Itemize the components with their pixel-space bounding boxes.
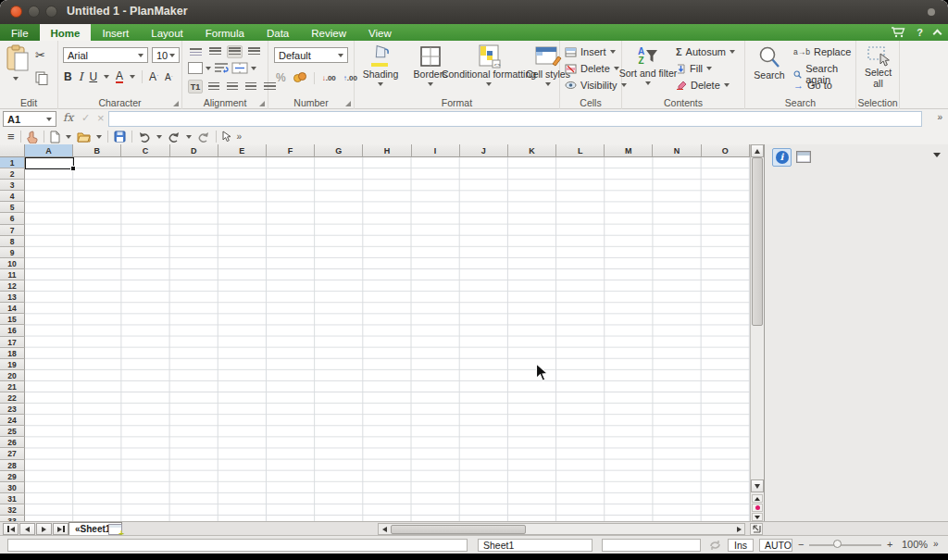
row-header-2[interactable]: 2 xyxy=(0,168,25,180)
cell-grid[interactable] xyxy=(25,157,750,521)
select-all-button[interactable]: Select all xyxy=(859,45,897,89)
column-header-G[interactable]: G xyxy=(315,144,363,157)
merge-cells-chevron[interactable] xyxy=(251,67,256,70)
menu-tab-insert[interactable]: Insert xyxy=(91,24,140,41)
valign-top-icon[interactable] xyxy=(188,45,204,58)
row-header-13[interactable]: 13 xyxy=(0,292,25,303)
zoom-level[interactable]: 100% xyxy=(902,539,928,550)
zoom-slider-track[interactable] xyxy=(809,544,881,546)
redo-chevron[interactable] xyxy=(186,135,192,139)
confirm-entry-button[interactable]: ✓ xyxy=(81,112,90,124)
alignment-dialog-launcher[interactable] xyxy=(259,101,265,106)
row-header-8[interactable]: 8 xyxy=(0,236,25,247)
shrink-font-button[interactable]: A. xyxy=(165,71,173,82)
formula-input[interactable] xyxy=(108,111,922,127)
row-header-11[interactable]: 11 xyxy=(0,269,25,280)
sidebar-options-chevron[interactable] xyxy=(933,153,941,157)
scroll-down-button[interactable] xyxy=(751,479,764,492)
row-header-7[interactable]: 7 xyxy=(0,225,25,236)
font-color-chevron[interactable] xyxy=(130,75,135,79)
percent-format-button[interactable]: % xyxy=(276,71,286,84)
horizontal-scroll-thumb[interactable] xyxy=(391,525,526,534)
repeat-icon[interactable] xyxy=(197,131,210,143)
valign-center-icon[interactable] xyxy=(207,45,223,58)
minimize-button[interactable] xyxy=(28,6,40,18)
column-header-D[interactable]: D xyxy=(170,144,218,157)
valign-justify-icon[interactable] xyxy=(246,45,262,58)
save-icon[interactable] xyxy=(114,131,126,143)
row-header-10[interactable]: 10 xyxy=(0,258,25,269)
add-sheet-button[interactable] xyxy=(108,524,122,535)
visibility-button[interactable]: Visibility xyxy=(565,80,627,91)
open-file-chevron[interactable] xyxy=(96,135,102,139)
statusbar-more-button[interactable]: » xyxy=(933,539,939,549)
select-all-corner[interactable] xyxy=(0,144,25,157)
search-button[interactable]: Search xyxy=(751,45,788,81)
row-header-9[interactable]: 9 xyxy=(0,247,25,258)
orientation-chevron[interactable] xyxy=(206,67,211,70)
redo-icon[interactable] xyxy=(168,131,181,143)
row-header-31[interactable]: 31 xyxy=(0,493,25,504)
collapse-ribbon-icon[interactable] xyxy=(933,30,942,39)
copy-button[interactable] xyxy=(35,71,48,89)
number-dialog-launcher[interactable] xyxy=(345,101,351,106)
row-header-21[interactable]: 21 xyxy=(0,381,25,392)
column-header-M[interactable]: M xyxy=(605,144,653,157)
insert-function-button[interactable]: fx xyxy=(63,111,73,124)
row-header-27[interactable]: 27 xyxy=(0,448,25,459)
row-header-32[interactable]: 32 xyxy=(0,504,25,516)
menu-tab-data[interactable]: Data xyxy=(256,24,300,41)
previous-sheet-button[interactable] xyxy=(19,523,35,535)
row-header-20[interactable]: 20 xyxy=(0,370,25,381)
first-sheet-button[interactable] xyxy=(3,523,19,535)
status-sheet-name[interactable]: Sheet1 xyxy=(478,539,592,552)
orientation-button[interactable] xyxy=(188,62,203,74)
delete-contents-button[interactable]: Delete xyxy=(676,80,730,91)
scroll-up-button[interactable] xyxy=(751,144,764,157)
grow-font-button[interactable]: A. xyxy=(149,70,158,83)
paste-dropdown-chevron[interactable] xyxy=(13,77,19,81)
underline-chevron[interactable] xyxy=(104,75,109,79)
column-header-N[interactable]: N xyxy=(653,144,701,157)
row-header-16[interactable]: 16 xyxy=(0,325,25,336)
font-size-select[interactable]: 10 xyxy=(152,47,180,63)
recalc-mode-indicator[interactable]: AUTO xyxy=(759,539,792,552)
halign-center-icon[interactable] xyxy=(225,81,240,93)
row-header-4[interactable]: 4 xyxy=(0,191,25,202)
column-header-H[interactable]: H xyxy=(363,144,411,157)
menu-tab-view[interactable]: View xyxy=(357,24,403,41)
corner-navigation-button[interactable] xyxy=(750,523,763,535)
new-document-icon[interactable] xyxy=(50,131,60,143)
merge-cells-icon[interactable] xyxy=(231,62,248,74)
column-header-B[interactable]: B xyxy=(73,144,121,157)
row-header-15[interactable]: 15 xyxy=(0,314,25,325)
sidebar-info-tab[interactable]: i xyxy=(772,148,792,167)
menu-tab-formula[interactable]: Formula xyxy=(194,24,256,41)
scroll-right-button[interactable] xyxy=(733,524,744,534)
row-header-12[interactable]: 12 xyxy=(0,280,25,292)
open-file-icon[interactable] xyxy=(77,131,91,143)
column-header-A[interactable]: A xyxy=(25,144,73,157)
new-document-chevron[interactable] xyxy=(66,135,71,139)
conditional-formatting-button[interactable]: <> Conditional formatting xyxy=(458,44,519,86)
column-header-I[interactable]: I xyxy=(412,144,460,157)
number-format-select[interactable]: Default xyxy=(274,47,348,63)
sort-and-filter-button[interactable]: AZ Sort and filter xyxy=(626,44,670,85)
formula-bar-more[interactable]: » xyxy=(937,112,942,122)
row-header-18[interactable]: 18 xyxy=(0,348,25,359)
add-decimal-button[interactable]: ↓.00 xyxy=(322,74,336,82)
scroll-left-button[interactable] xyxy=(379,524,390,534)
font-name-select[interactable]: Arial xyxy=(63,47,148,63)
column-header-F[interactable]: F xyxy=(267,144,315,157)
column-header-O[interactable]: O xyxy=(702,144,750,157)
underline-button[interactable]: U xyxy=(89,70,97,83)
bold-button[interactable]: B xyxy=(64,70,72,83)
menu-tab-layout[interactable]: Layout xyxy=(140,24,194,41)
row-header-24[interactable]: 24 xyxy=(0,415,25,426)
row-header-25[interactable]: 25 xyxy=(0,426,25,437)
insert-mode-indicator[interactable]: Ins xyxy=(728,539,754,552)
vertical-scrollbar[interactable] xyxy=(750,144,763,521)
last-sheet-button[interactable] xyxy=(53,523,69,535)
row-header-26[interactable]: 26 xyxy=(0,437,25,448)
cell-reference-box[interactable]: A1 xyxy=(3,111,56,127)
